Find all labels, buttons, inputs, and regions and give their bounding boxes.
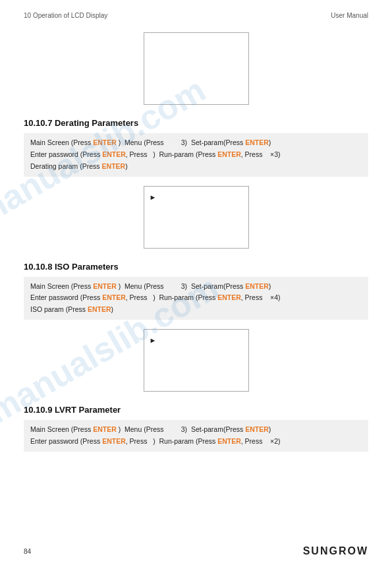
enter-highlight: ENTER <box>102 150 126 158</box>
instruction-line-2: Enter password (Press ENTER, Press ) Run… <box>30 436 362 448</box>
instruction-box-10108: Main Screen (Press ENTER ) Menu (Press 3… <box>24 277 368 320</box>
instruction-line-1: Main Screen (Press ENTER ) Menu (Press 3… <box>30 137 362 149</box>
screen-arrow-iso: ► <box>150 336 157 344</box>
enter-highlight: ENTER <box>217 293 241 301</box>
brand-logo: SUNGROW <box>303 545 368 557</box>
lcd-screen-iso: ► <box>144 329 249 392</box>
enter-highlight: ENTER <box>245 425 269 433</box>
enter-highlight: ENTER <box>217 150 241 158</box>
header-left: 10 Operation of LCD Display <box>24 12 107 19</box>
instruction-line-1: Main Screen (Press ENTER ) Menu (Press 3… <box>30 281 362 293</box>
screen-arrow-derating: ► <box>150 193 157 201</box>
enter-highlight: ENTER <box>217 437 241 445</box>
instruction-line-2: Enter password (Press ENTER, Press ) Run… <box>30 149 362 161</box>
enter-highlight: ENTER <box>102 437 126 445</box>
enter-highlight: ENTER <box>102 293 126 301</box>
enter-highlight: ENTER <box>245 282 269 290</box>
lcd-screen-top <box>144 32 249 105</box>
section-title-10109: 10.10.9 LVRT Parameter <box>24 405 368 415</box>
enter-highlight: ENTER <box>88 305 111 313</box>
instruction-box-10109: Main Screen (Press ENTER ) Menu (Press 3… <box>24 420 368 452</box>
page-footer: 84 SUNGROW <box>24 545 368 557</box>
section-title-10107: 10.10.7 Derating Parameters <box>24 118 368 128</box>
instruction-line-2: Enter password (Press ENTER, Press ) Run… <box>30 292 362 304</box>
enter-highlight: ENTER <box>93 425 117 433</box>
instruction-line-3: ISO param (Press ENTER) <box>30 304 362 316</box>
lcd-screen-derating: ► <box>144 186 249 249</box>
enter-highlight: ENTER <box>93 282 117 290</box>
page-number: 84 <box>24 548 31 555</box>
enter-highlight: ENTER <box>93 138 117 146</box>
instruction-line-1: Main Screen (Press ENTER ) Menu (Press 3… <box>30 424 362 436</box>
instruction-line-3: Derating param (Press ENTER) <box>30 161 362 173</box>
instruction-box-10107: Main Screen (Press ENTER ) Menu (Press 3… <box>24 133 368 177</box>
enter-highlight: ENTER <box>102 162 126 170</box>
section-title-10108: 10.10.8 ISO Parameters <box>24 262 368 272</box>
enter-highlight: ENTER <box>245 138 269 146</box>
header-right: User Manual <box>331 12 368 19</box>
